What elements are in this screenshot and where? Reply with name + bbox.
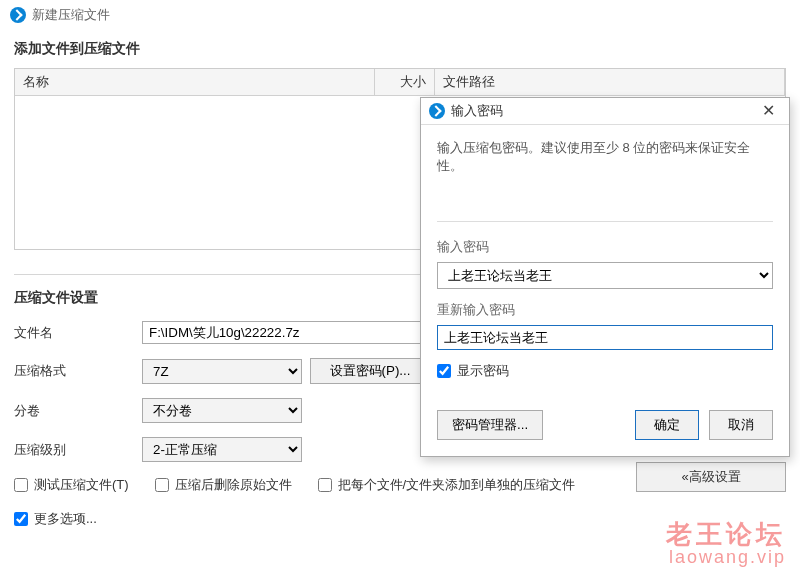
- add-separate-checkbox[interactable]: [318, 478, 332, 492]
- password-manager-button[interactable]: 密码管理器...: [437, 410, 543, 440]
- level-select[interactable]: 2-正常压缩: [142, 437, 302, 462]
- delete-after-checkbox[interactable]: [155, 478, 169, 492]
- split-select[interactable]: 不分卷: [142, 398, 302, 423]
- dialog-app-icon: [429, 103, 445, 119]
- format-select[interactable]: 7Z: [142, 359, 302, 384]
- add-separate-label: 把每个文件/文件夹添加到单独的压缩文件: [338, 476, 576, 494]
- set-password-button[interactable]: 设置密码(P)...: [310, 358, 430, 384]
- ok-button[interactable]: 确定: [635, 410, 699, 440]
- add-files-heading: 添加文件到压缩文件: [0, 30, 800, 64]
- password-select[interactable]: 上老王论坛当老王: [437, 262, 773, 289]
- test-archive-label: 测试压缩文件(T): [34, 476, 129, 494]
- table-header-row: 名称 大小 文件路径: [15, 69, 785, 96]
- password-dialog: 输入密码 ✕ 输入压缩包密码。建议使用至少 8 位的密码来保证安全性。 输入密码…: [420, 97, 790, 457]
- show-password-option[interactable]: 显示密码: [437, 362, 509, 380]
- delete-after-option[interactable]: 压缩后删除原始文件: [155, 476, 292, 494]
- test-archive-checkbox[interactable]: [14, 478, 28, 492]
- show-password-label: 显示密码: [457, 362, 509, 380]
- more-options-checkbox[interactable]: [14, 512, 28, 526]
- dialog-divider: [437, 221, 773, 222]
- more-options-label: 更多选项...: [34, 510, 97, 528]
- column-name[interactable]: 名称: [15, 69, 375, 95]
- watermark-line1: 老王论坛: [666, 520, 786, 549]
- close-icon[interactable]: ✕: [756, 103, 781, 119]
- dialog-body: 输入压缩包密码。建议使用至少 8 位的密码来保证安全性。 输入密码 上老王论坛当…: [421, 125, 789, 456]
- dialog-title-text: 输入密码: [451, 102, 503, 120]
- add-separate-option[interactable]: 把每个文件/文件夹添加到单独的压缩文件: [318, 476, 576, 494]
- show-password-checkbox[interactable]: [437, 364, 451, 378]
- password-label: 输入密码: [437, 238, 773, 256]
- re-password-label: 重新输入密码: [437, 301, 773, 319]
- app-icon: [10, 7, 26, 23]
- split-label: 分卷: [14, 402, 134, 420]
- filename-label: 文件名: [14, 324, 134, 342]
- cancel-button[interactable]: 取消: [709, 410, 773, 440]
- advanced-area: «高级设置: [636, 462, 786, 492]
- test-archive-option[interactable]: 测试压缩文件(T): [14, 476, 129, 494]
- format-label: 压缩格式: [14, 362, 134, 380]
- column-size[interactable]: 大小: [375, 69, 435, 95]
- advanced-settings-button[interactable]: «高级设置: [636, 462, 786, 492]
- dialog-hint: 输入压缩包密码。建议使用至少 8 位的密码来保证安全性。: [437, 139, 773, 175]
- more-options-toggle[interactable]: 更多选项...: [14, 510, 97, 528]
- watermark: 老王论坛 laowang.vip: [666, 520, 786, 568]
- dialog-button-row: 密码管理器... 确定 取消: [437, 410, 773, 440]
- window-titlebar: 新建压缩文件: [0, 0, 800, 30]
- re-password-input[interactable]: [437, 325, 773, 350]
- dialog-titlebar: 输入密码 ✕: [421, 98, 789, 125]
- level-label: 压缩级别: [14, 441, 134, 459]
- window-title-text: 新建压缩文件: [32, 6, 110, 24]
- watermark-line2: laowang.vip: [666, 548, 786, 568]
- column-path[interactable]: 文件路径: [435, 69, 785, 95]
- delete-after-label: 压缩后删除原始文件: [175, 476, 292, 494]
